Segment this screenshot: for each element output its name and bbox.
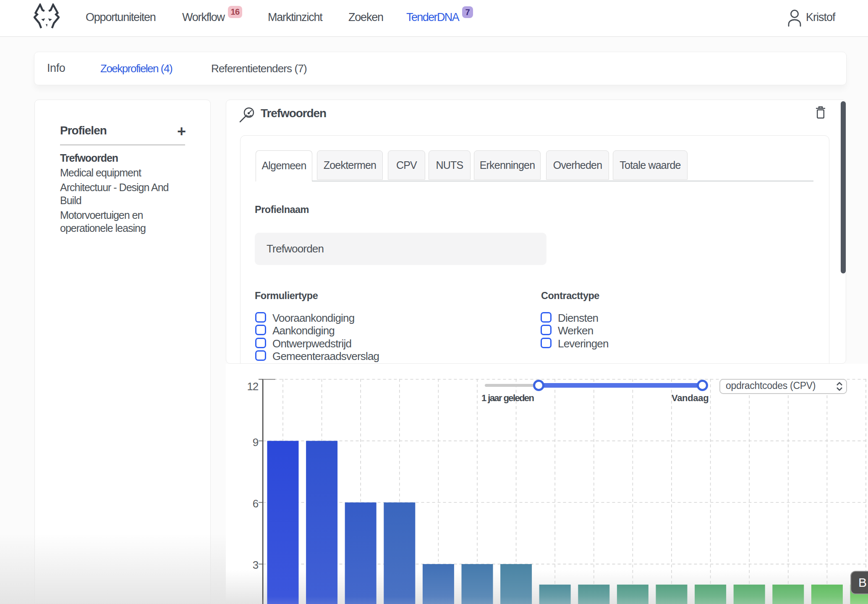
- svg-text:6: 6: [253, 497, 259, 510]
- svg-text:3: 3: [253, 559, 259, 571]
- svg-text:9: 9: [253, 436, 259, 449]
- svg-text:12: 12: [247, 380, 258, 393]
